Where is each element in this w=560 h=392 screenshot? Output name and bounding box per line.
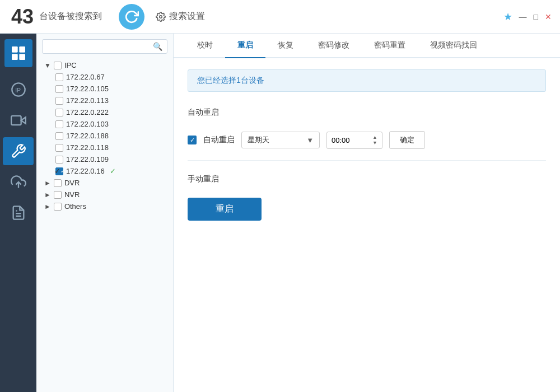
sidebar: IP (0, 34, 36, 392)
tree-ip9: 172.22.0.16 (66, 167, 105, 175)
sidebar-logo (4, 39, 32, 67)
search-icon[interactable]: 🔍 (153, 42, 162, 51)
confirm-button[interactable]: 确定 (389, 131, 425, 149)
tree-arrow-nvr[interactable]: ► (44, 191, 51, 199)
device-count: 43 (11, 5, 34, 29)
tree-ip4: 172.22.0.222 (66, 108, 109, 116)
auto-restart-checkbox[interactable]: ✓ (188, 136, 197, 144)
settings-label: 搜索设置 (169, 11, 205, 22)
tree-checkbox-ip4[interactable] (55, 109, 63, 116)
minimize-button[interactable]: — (519, 12, 527, 21)
tab-restore[interactable]: 恢复 (265, 34, 306, 58)
auto-restart-row: ✓ 自动重启 星期天 ▼ 00:00 ▲ ▼ 确定 (188, 131, 546, 149)
svg-rect-8 (11, 116, 21, 125)
tree-label-nvr: NVR (64, 190, 80, 199)
tree-checkbox-ip2[interactable] (55, 85, 63, 93)
time-up-button[interactable]: ▲ (372, 135, 377, 140)
svg-text:IP: IP (15, 87, 21, 94)
tree-checkbox-ip5[interactable] (55, 120, 63, 128)
selected-day: 星期天 (248, 135, 269, 145)
tree-children-ipc: 172.22.0.67 172.22.0.105 172.22.0.113 17… (42, 71, 167, 177)
tree-item-ip2[interactable]: 172.22.0.105 (53, 83, 167, 95)
search-box[interactable]: 🔍 (42, 39, 167, 54)
tree-arrow-others[interactable]: ► (44, 203, 51, 211)
svg-rect-4 (19, 54, 25, 60)
tree-arrow-ipc[interactable]: ▼ (44, 62, 51, 69)
close-button[interactable]: ✕ (545, 12, 552, 21)
tree-checkbox-ip3[interactable] (55, 97, 63, 105)
section-divider (188, 160, 546, 161)
manual-restart-section-label: 手动重启 (188, 170, 546, 189)
tree-checkbox-ipc[interactable] (54, 62, 62, 69)
auto-restart-label: 自动重启 (203, 135, 235, 145)
sidebar-item-camera[interactable] (3, 106, 34, 134)
tree-ip1: 172.22.0.67 (66, 73, 105, 81)
content-area: 您已经选择1台设备 自动重启 ✓ 自动重启 星期天 ▼ 00:00 ▲ ▼ 确定 (174, 58, 560, 392)
tree-ip6: 172.22.0.188 (66, 132, 109, 140)
sidebar-item-ip[interactable]: IP (3, 76, 34, 104)
wifi-icon: ★ (503, 11, 512, 23)
tree-group-others[interactable]: ► Others (42, 200, 167, 212)
tree-group-nvr[interactable]: ► NVR (42, 189, 167, 200)
time-value: 00:00 (332, 136, 350, 144)
day-dropdown[interactable]: 星期天 ▼ (241, 132, 320, 148)
svg-marker-7 (21, 117, 25, 124)
left-panel: 🔍 ▼ IPC 172.22.0.67 172.22.0.105 (36, 34, 174, 392)
auto-restart-section-label: 自动重启 (188, 103, 546, 122)
tree-checkbox-nvr[interactable] (54, 191, 62, 199)
svg-rect-1 (12, 46, 18, 53)
tree-item-ip4[interactable]: 172.22.0.222 (53, 106, 167, 118)
tree-ip3: 172.22.0.113 (66, 96, 109, 105)
info-bar: 您已经选择1台设备 (188, 69, 546, 92)
time-down-button[interactable]: ▼ (372, 141, 377, 146)
tree-checkbox-ip1[interactable] (55, 73, 63, 81)
tree-checkbox-ip7[interactable] (55, 144, 63, 152)
tree-arrow-dvr[interactable]: ► (44, 179, 51, 187)
tree-ip8: 172.22.0.109 (66, 155, 109, 164)
tree-item-ip1[interactable]: 172.22.0.67 (53, 71, 167, 83)
tab-video-password[interactable]: 视频密码找回 (418, 34, 489, 58)
tree-label-ipc: IPC (64, 61, 77, 69)
title-bar: 43 台设备被搜索到 搜索设置 ★ — □ ✕ (0, 0, 560, 34)
tree-item-ip5[interactable]: 172.22.0.103 (53, 118, 167, 130)
tab-time[interactable]: 校时 (185, 34, 225, 58)
tree-item-ip3[interactable]: 172.22.0.113 (53, 95, 167, 106)
tree-label-dvr: DVR (64, 179, 80, 187)
tree-checkbox-dvr[interactable] (54, 179, 62, 187)
tree-item-ip7[interactable]: 172.22.0.118 (53, 142, 167, 153)
tree-item-ip9[interactable]: ✓ 172.22.0.16 ✓ (53, 165, 167, 177)
tree-ip5: 172.22.0.103 (66, 120, 109, 128)
tree-checkbox-ip6[interactable] (55, 132, 63, 140)
svg-rect-2 (19, 46, 25, 53)
title-text: 台设备被搜索到 (39, 11, 102, 22)
right-panel: 校时 重启 恢复 密码修改 密码重置 视频密码找回 您已经选择1台设备 自动重启… (174, 34, 560, 392)
sidebar-item-tools[interactable] (3, 137, 34, 165)
tab-restart[interactable]: 重启 (225, 34, 265, 58)
tree-label-others: Others (64, 202, 86, 211)
tree-ip2: 172.22.0.105 (66, 85, 109, 93)
tree-checkbox-ip8[interactable] (55, 156, 63, 164)
tree-item-ip8[interactable]: 172.22.0.109 (53, 153, 167, 165)
maximize-button[interactable]: □ (534, 12, 538, 21)
tab-password-reset[interactable]: 密码重置 (362, 34, 418, 58)
tree-checkbox-others[interactable] (54, 203, 62, 211)
tree-item-ip6[interactable]: 172.22.0.188 (53, 130, 167, 142)
tree-group-ipc[interactable]: ▼ IPC (42, 59, 167, 71)
time-input[interactable]: 00:00 ▲ ▼ (326, 132, 382, 149)
selected-check-icon: ✓ (110, 167, 116, 175)
time-spinners: ▲ ▼ (372, 135, 377, 146)
window-controls: ★ — □ ✕ (503, 11, 552, 23)
svg-rect-3 (12, 54, 18, 60)
search-input[interactable] (47, 43, 153, 50)
refresh-button[interactable] (119, 4, 144, 30)
tab-bar: 校时 重启 恢复 密码修改 密码重置 视频密码找回 (174, 34, 560, 58)
sidebar-item-upload[interactable] (3, 168, 34, 196)
tab-password-change[interactable]: 密码修改 (306, 34, 362, 58)
dropdown-arrow-icon: ▼ (306, 136, 314, 144)
sidebar-item-document[interactable] (3, 199, 34, 227)
tree-checkbox-ip9[interactable]: ✓ (55, 167, 63, 175)
tree-group-dvr[interactable]: ► DVR (42, 177, 167, 189)
settings-button[interactable]: 搜索设置 (156, 11, 205, 22)
main-layout: IP (0, 34, 560, 392)
restart-button[interactable]: 重启 (188, 198, 262, 221)
